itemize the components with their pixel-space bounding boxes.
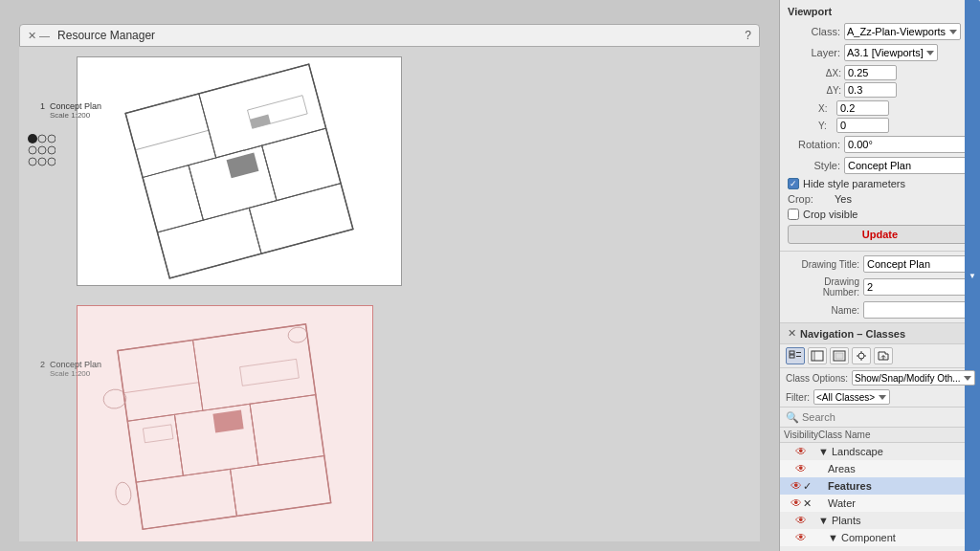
delta-x-input[interactable] <box>844 65 897 80</box>
classes-table-header: Visibility Class Name <box>780 428 980 443</box>
update-button[interactable]: Update <box>788 225 972 244</box>
style-dropdown-button[interactable]: ▼ <box>965 0 980 551</box>
rotation-input[interactable] <box>844 136 980 153</box>
crop-visible-label: Crop visible <box>803 209 858 220</box>
layer-select[interactable]: A3.1 [Viewports] <box>844 44 938 61</box>
style-input[interactable] <box>844 157 972 174</box>
visibility-col-header: Visibility <box>784 430 818 440</box>
nav-classes-toolbar <box>780 344 980 368</box>
eye-icon[interactable]: 👁 <box>795 445 807 458</box>
name-row: Name: <box>780 299 980 320</box>
class-options-select[interactable]: Show/Snap/Modify Oth... <box>852 370 975 386</box>
symbol-view-icon[interactable] <box>808 347 827 364</box>
svg-point-6 <box>29 158 36 165</box>
close-icon[interactable]: ✕ — <box>28 30 50 42</box>
drawing-number-label: Drawing Number: <box>788 276 859 298</box>
svg-point-41 <box>114 481 132 506</box>
classes-view-icon[interactable] <box>786 347 805 364</box>
class-options-row: Class Options: Show/Snap/Modify Oth... <box>780 368 980 387</box>
list-item[interactable]: 👁 ✕ Water <box>780 495 980 512</box>
class-name: ▼ Landscape <box>818 446 976 457</box>
svg-line-35 <box>250 404 258 465</box>
update-label: Update <box>862 229 898 240</box>
nav-classes-panel: ✕ Navigation – Classes Class Options: <box>780 323 980 551</box>
y-coord-row: Y: <box>780 117 980 134</box>
nav-classes-title: Navigation – Classes <box>800 328 905 340</box>
svg-line-34 <box>174 414 183 475</box>
layer-row: Layer: A3.1 [Viewports] <box>780 42 980 63</box>
svg-rect-46 <box>812 351 823 361</box>
search-input[interactable] <box>802 409 974 425</box>
eye-icon[interactable]: 👁 <box>795 531 807 544</box>
help-icon[interactable]: ? <box>745 29 751 42</box>
svg-rect-30 <box>136 469 236 529</box>
drawing-area: ✕ — Resource Manager ? <box>0 0 779 551</box>
drawing-title-input[interactable] <box>863 255 980 273</box>
classes-table: 👁 ▼ Landscape 👁 Areas 👁 ✓ Features 👁 <box>780 443 980 551</box>
crop-visible-row: Crop visible <box>780 207 980 222</box>
nav-classes-header: ✕ Navigation – Classes <box>780 323 980 344</box>
delta-x-label: ΔX: <box>820 68 841 78</box>
right-panel: Viewport Class: A_Zz-Plan-Viewports Laye… <box>779 0 980 551</box>
name-label: Name: <box>788 305 859 316</box>
rotation-row: Rotation: <box>780 134 980 155</box>
classname-col-header: Class Name <box>818 430 976 440</box>
name-input[interactable] <box>863 301 980 319</box>
list-item[interactable]: 👁 Areas <box>780 460 980 477</box>
search-icon: 🔍 <box>786 411 799 424</box>
hide-style-checkbox[interactable]: ✓ <box>788 178 799 189</box>
svg-rect-49 <box>835 353 843 359</box>
svg-rect-31 <box>231 456 331 517</box>
list-item[interactable]: 👁 ✓ Features <box>780 477 980 495</box>
alignment-dots <box>27 133 56 174</box>
list-item[interactable]: 👁 ▼ Landscape <box>780 443 980 460</box>
viewport-1[interactable] <box>77 56 402 286</box>
drawing-title-row: Drawing Title: <box>780 253 980 275</box>
y-input[interactable] <box>836 118 889 133</box>
delta-x-row: ΔX: <box>820 65 897 80</box>
search-bar: 🔍 <box>780 407 980 428</box>
nav-classes-close-icon[interactable]: ✕ <box>788 327 796 340</box>
filter-select[interactable]: <All Classes> <box>813 389 890 405</box>
crop-label: Crop: <box>788 193 831 205</box>
svg-point-8 <box>48 158 56 165</box>
delta-y-input[interactable] <box>844 82 897 98</box>
viewport-section-title: Viewport <box>780 4 980 21</box>
class-row: Class: A_Zz-Plan-Viewports <box>780 21 980 42</box>
list-item[interactable]: 👁 Bloom <box>780 546 980 551</box>
class-select[interactable]: A_Zz-Plan-Viewports <box>844 23 961 40</box>
drawing-number-row: Drawing Number: <box>780 275 980 299</box>
svg-line-23 <box>249 208 261 253</box>
filter-label: Filter: <box>786 392 810 403</box>
resource-manager-title: Resource Manager <box>57 29 155 42</box>
class-name: ▼ Component <box>818 532 976 543</box>
crop-visible-checkbox[interactable] <box>788 209 799 220</box>
class-name: Water <box>818 497 976 509</box>
list-item[interactable]: 👁 ▼ Component <box>780 529 980 546</box>
svg-point-40 <box>287 326 308 343</box>
svg-rect-17 <box>227 152 259 178</box>
x-label: X: <box>818 103 834 114</box>
eye-icon[interactable]: 👁 <box>791 496 802 510</box>
crop-row: Crop: Yes <box>780 191 980 207</box>
viewport-2[interactable] <box>77 305 373 541</box>
settings-icon[interactable] <box>852 347 871 364</box>
svg-rect-27 <box>127 414 183 482</box>
delta-y-row: ΔY: <box>820 82 897 98</box>
layer-label: Layer: <box>788 47 840 58</box>
image-view-icon[interactable] <box>830 347 849 364</box>
svg-line-36 <box>231 469 237 516</box>
rotation-label: Rotation: <box>788 139 840 150</box>
eye-icon[interactable]: 👁 <box>795 514 807 527</box>
cross-icon: ✕ <box>803 497 812 510</box>
list-item[interactable]: 👁 ▼ Plants <box>780 512 980 529</box>
x-input[interactable] <box>836 100 889 116</box>
eye-icon[interactable]: 👁 <box>795 462 807 475</box>
drawing-title-label: Drawing Title: <box>788 259 859 270</box>
svg-rect-32 <box>212 410 243 433</box>
export-icon[interactable] <box>874 347 893 364</box>
drawing-number-input[interactable] <box>863 278 980 296</box>
eye-icon[interactable]: 👁 <box>791 479 802 493</box>
svg-point-50 <box>858 353 864 359</box>
drawing-canvas: 1 Concept Plan Scale 1:200 <box>19 47 760 541</box>
